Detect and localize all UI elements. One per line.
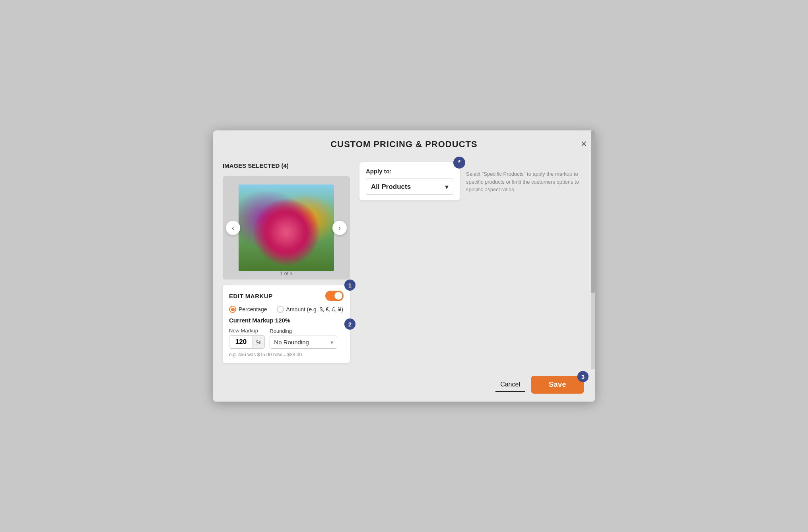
radio-percentage-label: Percentage — [239, 306, 267, 313]
cancel-button[interactable]: Cancel — [495, 378, 525, 392]
carousel-image — [239, 184, 334, 271]
apply-to-select-wrapper: All Products Specific Products — [366, 179, 453, 195]
modal-title: CUSTOM PRICING & PRODUCTS — [330, 139, 477, 149]
radio-amount-label: Amount (e.g. $, €, £, ¥) — [286, 306, 343, 313]
modal-footer: Cancel 3 Save — [213, 369, 595, 402]
edit-markup-header: EDIT MARKUP — [229, 291, 344, 301]
step-badge-1: 1 — [344, 280, 355, 291]
images-selected-label: IMAGES SELECTED (4) — [223, 162, 350, 169]
step-badge-3: 3 — [577, 371, 589, 382]
radio-row: Percentage Amount (e.g. $, €, £, ¥) — [229, 306, 344, 313]
right-column: * Apply to: All Products Specific Produc… — [359, 162, 585, 363]
markup-unit: % — [252, 336, 264, 348]
current-markup-label: Current Markup 120% — [229, 317, 344, 324]
carousel-prev-button[interactable]: ‹ — [226, 221, 240, 235]
radio-amount[interactable]: Amount (e.g. $, €, £, ¥) — [277, 306, 343, 313]
radio-circle-amount — [277, 306, 284, 313]
modal-header: CUSTOM PRICING & PRODUCTS × — [213, 130, 595, 156]
image-carousel: ‹ › 1 of 4 — [223, 176, 350, 280]
new-markup-label: New Markup — [229, 328, 265, 334]
edit-markup-title: EDIT MARKUP — [229, 293, 273, 299]
markup-toggle[interactable] — [325, 291, 344, 301]
carousel-next-button[interactable]: › — [332, 221, 347, 235]
markup-input-group: % — [229, 335, 265, 349]
radio-dot-percentage — [231, 308, 235, 311]
save-wrapper: 3 Save — [531, 376, 584, 394]
edit-markup-card: 1 EDIT MARKUP Percentage — [223, 285, 350, 363]
save-button[interactable]: Save — [531, 376, 584, 394]
apply-to-select[interactable]: All Products Specific Products — [366, 179, 453, 195]
rounding-field-group: Rounding No Rounding Round to nearest $0… — [270, 328, 337, 349]
step-badge-2: 2 — [344, 318, 355, 330]
left-column: IMAGES SELECTED (4) ‹ › 1 of 4 1 EDIT MA… — [223, 162, 350, 363]
modal-container: CUSTOM PRICING & PRODUCTS × IMAGES SELEC… — [213, 130, 595, 402]
rounding-label: Rounding — [270, 328, 337, 334]
apply-hint-text: Select "Specific Products" to apply the … — [466, 162, 585, 194]
star-badge: * — [453, 157, 465, 169]
markup-value-input[interactable] — [229, 336, 252, 348]
radio-circle-percentage — [229, 306, 236, 313]
carousel-counter: 1 of 4 — [280, 270, 293, 276]
markup-fields-row: New Markup % Rounding No Rounding Round … — [229, 328, 344, 349]
radio-percentage[interactable]: Percentage — [229, 306, 267, 313]
modal-body: IMAGES SELECTED (4) ‹ › 1 of 4 1 EDIT MA… — [213, 156, 595, 369]
rounding-select[interactable]: No Rounding Round to nearest $0.05 Round… — [270, 336, 337, 349]
apply-to-label: Apply to: — [366, 168, 453, 175]
example-text: e.g. 4x6 was $15.00 now = $33.00 — [229, 352, 344, 357]
close-button[interactable]: × — [581, 138, 587, 149]
new-markup-field-group: New Markup % — [229, 328, 265, 349]
rounding-wrapper: No Rounding Round to nearest $0.05 Round… — [270, 336, 337, 349]
apply-to-section: * Apply to: All Products Specific Produc… — [359, 162, 585, 200]
apply-to-card: * Apply to: All Products Specific Produc… — [359, 162, 460, 200]
toggle-thumb — [334, 292, 342, 300]
